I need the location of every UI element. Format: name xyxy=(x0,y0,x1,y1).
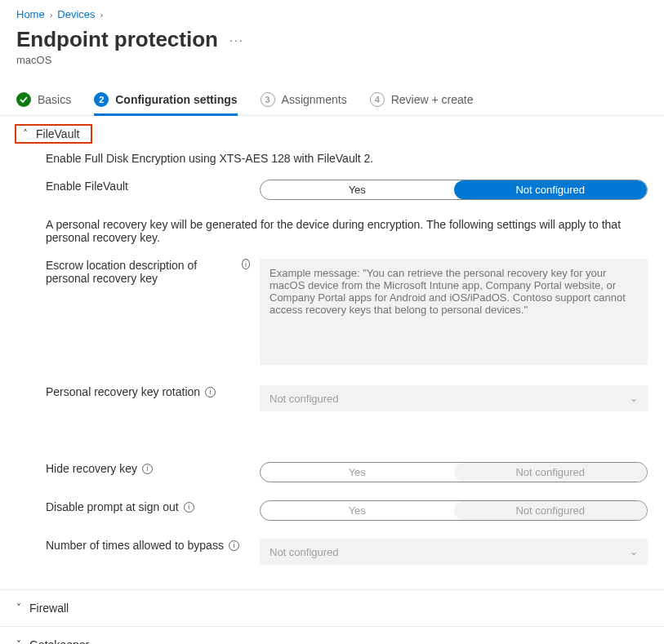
tab-basics[interactable]: Basics xyxy=(16,86,71,115)
disable-prompt-label: Disable prompt at sign out xyxy=(46,500,179,513)
breadcrumb: Home › Devices › xyxy=(0,0,664,25)
wizard-steps: Basics 2 Configuration settings 3 Assign… xyxy=(0,86,664,116)
chevron-down-icon: ˅ xyxy=(16,602,21,614)
section-gatekeeper-header[interactable]: ˅ Gatekeeper xyxy=(0,627,664,644)
hide-recovery-label: Hide recovery key xyxy=(46,462,137,475)
recovery-key-note: A personal recovery key will be generate… xyxy=(46,218,648,244)
tab-assignments-label: Assignments xyxy=(282,93,347,106)
bypass-dropdown[interactable]: Not configured ⌄ xyxy=(260,539,648,565)
toggle-notconfigured-option[interactable]: Not configured xyxy=(454,180,648,199)
chevron-down-icon: ˅ xyxy=(16,639,21,644)
page-title: Endpoint protection xyxy=(16,27,218,52)
section-firewall-header[interactable]: ˅ Firewall xyxy=(0,590,664,626)
section-gatekeeper-title: Gatekeeper xyxy=(29,638,89,644)
step-number-icon: 3 xyxy=(261,92,275,107)
chevron-up-icon: ˄ xyxy=(23,128,28,140)
bypass-label: Number of times allowed to bypass xyxy=(46,539,224,552)
chevron-down-icon: ⌄ xyxy=(630,546,638,557)
section-filevault: ˄ FileVault Enable Full Disk Encryption … xyxy=(0,121,664,590)
section-filevault-title: FileVault xyxy=(36,127,79,140)
tab-review-create[interactable]: 4 Review + create xyxy=(370,86,474,115)
rotation-dropdown[interactable]: Not configured ⌄ xyxy=(260,385,648,411)
info-icon[interactable]: i xyxy=(205,387,216,398)
page-subtitle: macOS xyxy=(0,52,664,86)
toggle-notconfigured-option[interactable]: Not configured xyxy=(454,463,648,482)
enable-filevault-toggle[interactable]: Yes Not configured xyxy=(260,180,648,200)
escrow-description-label: Escrow location description of personal … xyxy=(46,259,237,285)
enable-filevault-label: Enable FileVault xyxy=(46,180,128,193)
escrow-description-input[interactable] xyxy=(260,259,648,365)
check-icon xyxy=(16,92,31,107)
breadcrumb-devices[interactable]: Devices xyxy=(57,8,95,20)
filevault-description: Enable Full Disk Encryption using XTS-AE… xyxy=(46,152,648,165)
info-icon[interactable]: i xyxy=(242,259,250,269)
chevron-right-icon: › xyxy=(100,10,104,20)
section-firewall-title: Firewall xyxy=(29,602,69,615)
tab-review-label: Review + create xyxy=(391,93,474,106)
tab-config-label: Configuration settings xyxy=(115,93,237,106)
tab-basics-label: Basics xyxy=(38,93,71,106)
rotation-label: Personal recovery key rotation xyxy=(46,385,200,398)
disable-prompt-toggle[interactable]: Yes Not configured xyxy=(260,500,648,521)
info-icon[interactable]: i xyxy=(184,502,194,513)
rotation-dropdown-value: Not configured xyxy=(270,393,339,405)
tab-configuration-settings[interactable]: 2 Configuration settings xyxy=(94,86,237,115)
section-firewall: ˅ Firewall xyxy=(0,590,664,627)
more-actions-button[interactable]: ··· xyxy=(230,33,244,47)
hide-recovery-toggle[interactable]: Yes Not configured xyxy=(260,462,648,482)
breadcrumb-home[interactable]: Home xyxy=(16,8,45,20)
tab-assignments[interactable]: 3 Assignments xyxy=(261,86,347,115)
chevron-down-icon: ⌄ xyxy=(630,393,638,404)
bypass-dropdown-value: Not configured xyxy=(270,546,339,558)
toggle-yes-option[interactable]: Yes xyxy=(261,180,454,199)
toggle-notconfigured-option[interactable]: Not configured xyxy=(454,501,648,520)
step-number-icon: 2 xyxy=(94,92,109,107)
info-icon[interactable]: i xyxy=(229,540,239,551)
step-number-icon: 4 xyxy=(370,92,385,107)
section-filevault-header[interactable]: ˄ FileVault xyxy=(11,121,96,147)
info-icon[interactable]: i xyxy=(142,464,153,474)
toggle-yes-option[interactable]: Yes xyxy=(261,501,454,520)
chevron-right-icon: › xyxy=(50,10,53,20)
section-gatekeeper: ˅ Gatekeeper xyxy=(0,627,664,644)
toggle-yes-option[interactable]: Yes xyxy=(261,463,454,482)
